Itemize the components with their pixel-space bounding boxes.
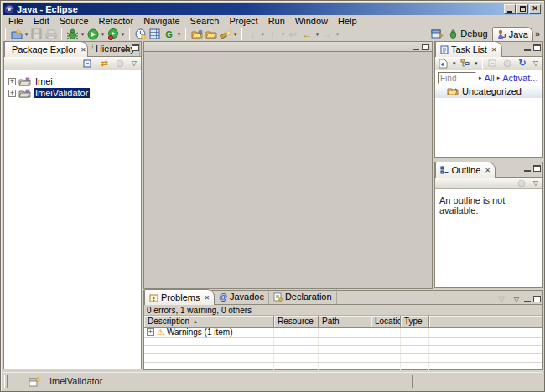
window-minimize-button[interactable]	[504, 4, 516, 14]
menu-window[interactable]: Window	[290, 15, 333, 27]
menu-file[interactable]: File	[3, 15, 29, 27]
menu-run[interactable]: Run	[263, 15, 290, 27]
menu-project[interactable]: Project	[224, 15, 262, 27]
tab-close-icon[interactable]: ✕	[204, 294, 210, 302]
categorized-view-dropdown[interactable]: ▾	[474, 60, 479, 67]
menu-navigate[interactable]: Navigate	[138, 15, 184, 27]
menu-edit[interactable]: Edit	[29, 15, 54, 27]
view-minimize-button[interactable]	[524, 170, 531, 172]
window-close-button[interactable]: ✕	[529, 4, 541, 14]
tree-item-imeivalidator[interactable]: + ImeiValidator	[4, 87, 141, 99]
view-maximize-button[interactable]	[533, 165, 541, 172]
window-maximize-button[interactable]	[516, 4, 528, 14]
back-dropdown[interactable]: ▾	[314, 31, 320, 38]
run-dropdown[interactable]: ▾	[100, 31, 106, 38]
menu-help[interactable]: Help	[333, 15, 362, 27]
problems-row-warnings[interactable]: + ⚠ Warnings (1 item)	[144, 328, 542, 338]
debug-icon[interactable]	[65, 28, 80, 41]
view-menu-icon[interactable]: ▽	[511, 296, 522, 303]
fast-view-icon[interactable]	[29, 376, 41, 387]
view-menu-icon[interactable]: ▽	[129, 59, 139, 67]
column-location[interactable]: Location	[371, 316, 401, 328]
menu-search[interactable]: Search	[185, 15, 225, 27]
activate-link[interactable]: Activat...	[502, 73, 537, 83]
task-category-label: Uncategorized	[462, 86, 522, 96]
column-description[interactable]: Description▲	[144, 316, 274, 328]
open-perspective-icon[interactable]	[430, 27, 444, 40]
collapse-all-icon[interactable]	[81, 57, 96, 70]
letter-g-dropdown[interactable]: ▾	[176, 31, 182, 38]
column-type[interactable]: Type	[401, 316, 429, 328]
menu-refactor[interactable]: Refactor	[94, 15, 139, 27]
open-folder-icon[interactable]	[204, 28, 218, 41]
categorized-view-icon[interactable]	[459, 57, 472, 70]
new-task-icon[interactable]	[437, 57, 450, 70]
all-link[interactable]: All	[485, 73, 495, 83]
activate-arrow-icon[interactable]: ▸	[497, 75, 501, 81]
column-resource[interactable]: Resource	[274, 316, 319, 328]
open-folder-blue-icon[interactable]	[189, 28, 204, 41]
tree-item-imei[interactable]: + Imei	[4, 75, 141, 87]
view-maximize-button[interactable]	[533, 44, 541, 51]
view-maximize-button[interactable]	[533, 296, 541, 302]
tab-close-icon[interactable]: ✕	[80, 46, 86, 54]
task-clock-icon[interactable]	[133, 28, 148, 41]
toolbar-separator	[482, 58, 483, 70]
outline-panel: Outline ✕ ▽ An outline is not available.	[434, 162, 543, 288]
debug-dropdown[interactable]: ▾	[80, 31, 86, 38]
new-wizard-icon[interactable]	[9, 28, 23, 41]
tab-close-icon[interactable]: ✕	[485, 167, 490, 174]
table-row	[144, 346, 542, 354]
web-grid-icon[interactable]	[148, 28, 162, 41]
task-category-row[interactable]: Uncategorized	[435, 85, 542, 98]
perspective-overflow-chevron[interactable]: »	[535, 28, 540, 39]
expand-icon[interactable]: +	[8, 78, 16, 85]
tab-declaration[interactable]: Declaration	[269, 289, 337, 304]
next-annotation-icon: ↓	[246, 28, 260, 41]
menu-source[interactable]: Source	[54, 15, 94, 27]
statusbar-separator	[412, 375, 413, 388]
search-dropdown[interactable]: ▾	[232, 31, 238, 38]
tab-close-icon[interactable]: ✕	[491, 46, 497, 54]
tab-package-explorer[interactable]: Package Explor ✕	[4, 41, 88, 57]
window-title: Java - Eclipse	[17, 4, 503, 14]
letter-g-icon[interactable]: G	[162, 28, 176, 41]
back-icon[interactable]: ←	[300, 28, 314, 41]
link-with-editor-icon[interactable]: ⇄	[97, 57, 112, 70]
editor-maximize-button[interactable]	[422, 44, 429, 50]
all-arrow-icon[interactable]: ▸	[479, 75, 482, 81]
perspective-debug-button[interactable]: Debug	[444, 27, 491, 41]
synchronize-icon[interactable]: ↻	[516, 57, 529, 70]
table-row	[144, 338, 542, 346]
external-tools-dropdown[interactable]: ▾	[120, 31, 126, 38]
tab-declaration-label: Declaration	[285, 291, 332, 302]
column-path[interactable]: Path	[319, 316, 371, 328]
external-tools-icon[interactable]	[106, 28, 120, 41]
find-input[interactable]	[438, 72, 476, 84]
svg-text:J: J	[502, 32, 506, 39]
expand-icon[interactable]: +	[147, 328, 154, 336]
view-menu-icon[interactable]: ▽	[531, 179, 541, 187]
run-icon[interactable]	[86, 28, 100, 41]
eclipse-window: Java - Eclipse ✕ File Edit Source Refact…	[0, 0, 545, 392]
view-minimize-button[interactable]	[524, 49, 531, 51]
tab-javadoc[interactable]: @ Javadoc	[215, 289, 269, 304]
view-minimize-button[interactable]	[524, 301, 531, 302]
perspective-java-button[interactable]: J Java	[492, 27, 533, 41]
package-explorer-panel: Package Explor ✕ Hierarchy ⇄ ▽	[3, 41, 142, 369]
view-menu-icon[interactable]: ▽	[531, 59, 541, 67]
new-wizard-dropdown[interactable]: ▾	[23, 31, 29, 38]
search-flashlight-icon[interactable]	[218, 28, 232, 41]
view-minimize-button[interactable]	[122, 49, 129, 51]
perspective-debug-label: Debug	[460, 28, 487, 39]
toolbar-separator	[241, 28, 242, 40]
outline-toolbar: ▽	[435, 178, 542, 189]
tab-problems[interactable]: Problems ✕	[144, 289, 215, 305]
view-maximize-button[interactable]	[132, 44, 139, 51]
expand-icon[interactable]: +	[8, 90, 16, 97]
tab-outline[interactable]: Outline ✕	[435, 162, 496, 178]
editor-minimize-button[interactable]	[413, 49, 419, 50]
category-folder-icon	[447, 87, 459, 95]
new-task-dropdown[interactable]: ▾	[452, 60, 457, 67]
tab-task-list[interactable]: Task List ✕	[435, 41, 502, 57]
